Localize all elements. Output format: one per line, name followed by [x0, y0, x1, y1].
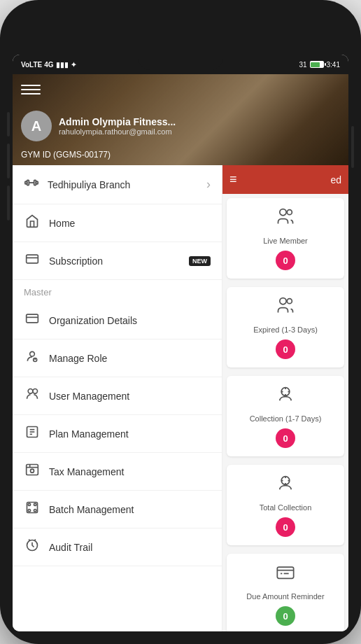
stat-card-total-collection[interactable]: Total Collection 0 — [227, 465, 344, 545]
tax-management-label: Tax Management — [49, 466, 124, 477]
signal-strength: 4G — [44, 61, 53, 69]
tax-icon — [24, 463, 41, 480]
collection-label: Collection (1-7 Days) — [250, 414, 322, 423]
svg-point-11 — [28, 389, 33, 394]
power-button — [351, 126, 354, 168]
nav-item-plan-management[interactable]: Plan Management — [13, 415, 222, 453]
role-icon — [24, 349, 41, 367]
manage-role-label: Manage Role — [49, 353, 107, 364]
chevron-right-icon: › — [206, 177, 211, 192]
due-amount-label: Due Amount Reminder — [246, 592, 324, 601]
nav-item-manage-role[interactable]: Manage Role — [13, 340, 222, 377]
svg-point-12 — [33, 389, 38, 394]
plan-icon — [24, 425, 41, 442]
audit-icon — [24, 538, 41, 556]
collection-icon — [275, 384, 296, 409]
live-member-label: Live Member — [263, 237, 308, 245]
stat-card-due-amount[interactable]: Due Amount Reminder 0 — [227, 554, 344, 631]
user-name: Admin Olympia Fitness... — [59, 116, 176, 127]
nav-item-organization[interactable]: Organization Details — [13, 302, 222, 340]
panel-title: ed — [330, 174, 341, 186]
svg-point-22 — [34, 510, 36, 512]
user-management-label: User Management — [49, 391, 129, 402]
new-badge: NEW — [189, 256, 211, 266]
batch-icon — [24, 500, 41, 518]
audit-trail-label: Audit Trail — [49, 542, 92, 553]
svg-point-25 — [280, 209, 286, 216]
expired-label: Expired (1-3 Days) — [253, 326, 318, 334]
expired-icon — [275, 295, 296, 320]
hamburger-icon[interactable]: ≡ — [229, 172, 237, 187]
phone-frame: VoLTE 4G ▮▮▮ ✦ 31 3:41 — [0, 0, 361, 644]
svg-rect-3 — [34, 180, 36, 185]
home-label: Home — [49, 218, 75, 229]
org-icon — [24, 312, 41, 329]
nav-item-batch-management[interactable]: Batch Management — [13, 491, 222, 528]
signal-bars: ▮▮▮ — [56, 61, 69, 69]
status-left: VoLTE 4G ▮▮▮ ✦ — [21, 61, 76, 69]
live-member-count: 0 — [276, 251, 295, 270]
volume-down-button — [7, 186, 10, 220]
panel-header: ≡ ed — [222, 165, 348, 194]
svg-point-9 — [30, 351, 35, 356]
header-user: A Admin Olympia Fitness... rahulolympia.… — [13, 105, 348, 147]
hamburger-button[interactable] — [21, 80, 41, 99]
user-email: rahulolympia.rathour@gmail.com — [59, 127, 176, 136]
gym-id: GYM ID (GGMS-00177) — [13, 147, 348, 162]
stat-card-live-member[interactable]: Live Member 0 — [227, 198, 344, 279]
live-member-icon — [275, 206, 296, 231]
batch-management-label: Batch Management — [49, 504, 134, 515]
svg-point-19 — [28, 503, 30, 505]
due-amount-icon — [275, 562, 296, 587]
header-top — [13, 74, 348, 105]
user-info: Admin Olympia Fitness... rahulolympia.ra… — [59, 116, 176, 136]
notch — [139, 55, 222, 70]
nav-item-subscription[interactable]: Subscription NEW — [13, 242, 222, 280]
nav-drawer: Tedhipuliya Branch › Home — [13, 165, 222, 631]
main-layout: Tedhipuliya Branch › Home — [13, 165, 348, 631]
master-section-label: Master — [13, 280, 222, 302]
collection-count: 0 — [276, 428, 295, 448]
expired-count: 0 — [276, 340, 295, 359]
status-right: 31 3:41 — [299, 61, 340, 69]
total-collection-label: Total Collection — [260, 503, 312, 512]
battery-icon — [310, 61, 324, 68]
svg-point-21 — [28, 510, 30, 512]
svg-point-28 — [287, 299, 292, 304]
svg-rect-7 — [27, 314, 38, 323]
dumbbell-icon — [24, 175, 39, 194]
volume-up-button — [7, 144, 10, 178]
subscription-icon — [24, 252, 41, 270]
stat-card-collection[interactable]: Collection (1-7 Days) 0 — [227, 376, 344, 456]
volte-indicator: VoLTE — [21, 61, 42, 69]
nav-item-audit-trail[interactable]: Audit Trail — [13, 528, 222, 566]
branch-left: Tedhipuliya Branch — [24, 175, 130, 194]
phone-screen: VoLTE 4G ▮▮▮ ✦ 31 3:41 — [13, 55, 348, 631]
header-overlay: A Admin Olympia Fitness... rahulolympia.… — [13, 74, 348, 165]
organization-label: Organization Details — [49, 315, 137, 326]
nav-item-user-management[interactable]: User Management — [13, 377, 222, 415]
nav-item-home[interactable]: Home — [13, 204, 222, 242]
stat-card-expired[interactable]: Expired (1-3 Days) 0 — [227, 287, 344, 368]
svg-point-27 — [280, 298, 286, 304]
nav-item-tax-management[interactable]: Tax Management — [13, 453, 222, 491]
user-icon — [24, 387, 41, 405]
svg-rect-2 — [27, 180, 29, 185]
svg-rect-31 — [277, 567, 293, 578]
total-collection-icon — [275, 473, 296, 498]
svg-point-26 — [287, 210, 292, 215]
bluetooth-icon: ✦ — [71, 61, 76, 69]
branch-label: Tedhipuliya Branch — [48, 179, 130, 190]
svg-point-20 — [34, 503, 36, 505]
time-display: 3:41 — [327, 61, 340, 69]
home-icon — [24, 214, 41, 232]
right-panel: ≡ ed Live Member — [222, 165, 348, 631]
gym-header: A Admin Olympia Fitness... rahulolympia.… — [13, 74, 348, 165]
due-amount-count: 0 — [276, 606, 295, 626]
total-collection-count: 0 — [276, 517, 295, 537]
svg-point-18 — [31, 469, 34, 472]
branch-item[interactable]: Tedhipuliya Branch › — [13, 165, 222, 204]
avatar: A — [21, 111, 52, 141]
svg-rect-5 — [27, 255, 38, 263]
silent-button — [7, 112, 10, 136]
